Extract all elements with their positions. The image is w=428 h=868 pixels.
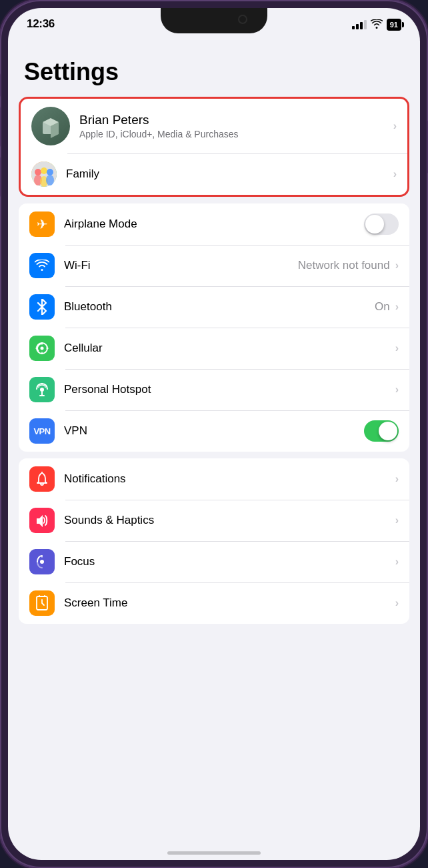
cellular-icon	[29, 336, 55, 361]
airplane-mode-icon: ✈	[29, 211, 55, 237]
svg-point-6	[47, 169, 53, 175]
page-title: Settings	[8, 45, 420, 97]
airplane-mode-label: Airplane Mode	[64, 218, 137, 230]
screen-content: Settings Brian Peters Apple ID, iCl	[8, 45, 420, 860]
wifi-text: Wi-Fi	[64, 259, 298, 272]
battery-level: 91	[390, 21, 398, 29]
notifications-icon	[29, 466, 55, 492]
svg-point-11	[41, 347, 44, 350]
signal-icon	[352, 20, 367, 29]
vpn-row[interactable]: VPN VPN	[19, 410, 409, 452]
phone-frame: 12:36 91	[0, 0, 428, 868]
family-row[interactable]: Family ›	[21, 153, 407, 195]
avatar	[31, 107, 70, 145]
sounds-chevron: ›	[395, 514, 399, 526]
screen-time-label: Screen Time	[64, 596, 127, 609]
airplane-mode-toggle[interactable]	[364, 213, 399, 235]
family-avatar	[31, 161, 57, 187]
cellular-label: Cellular	[64, 342, 103, 354]
sounds-label: Sounds & Haptics	[64, 514, 154, 526]
vpn-toggle[interactable]	[364, 420, 399, 442]
toggle-knob	[365, 215, 384, 234]
mute-switch[interactable]	[0, 73, 1, 97]
svg-point-4	[35, 169, 41, 175]
vpn-icon: VPN	[29, 418, 55, 444]
hotspot-chevron: ›	[395, 384, 399, 396]
airplane-mode-row[interactable]: ✈ Airplane Mode	[19, 203, 409, 245]
profile-subtitle: Apple ID, iCloud+, Media & Purchases	[79, 129, 393, 139]
vpn-label: VPN	[64, 424, 87, 437]
notifications-row[interactable]: Notifications ›	[19, 458, 409, 500]
sounds-text: Sounds & Haptics	[64, 514, 395, 527]
notifications-text: Notifications	[64, 472, 395, 486]
signal-bar-3	[360, 22, 363, 29]
hotspot-row[interactable]: Personal Hotspot ›	[19, 369, 409, 410]
sounds-row[interactable]: Sounds & Haptics ›	[19, 500, 409, 541]
status-icons: 91	[352, 17, 401, 31]
screen-time-text: Screen Time	[64, 596, 395, 610]
wifi-icon	[29, 253, 55, 278]
vpn-toggle-knob	[379, 422, 397, 440]
bluetooth-value: On	[375, 300, 390, 314]
cellular-row[interactable]: Cellular ›	[19, 328, 409, 369]
profile-section[interactable]: Brian Peters Apple ID, iCloud+, Media & …	[19, 97, 409, 197]
signal-bar-4	[364, 20, 367, 29]
signal-bar-2	[356, 24, 359, 29]
bluetooth-icon	[29, 294, 55, 320]
family-chevron: ›	[393, 168, 397, 180]
phone-screen: 12:36 91	[8, 8, 420, 860]
home-indicator	[167, 851, 261, 855]
bluetooth-text: Bluetooth	[64, 300, 375, 314]
family-text: Family	[66, 167, 393, 181]
cellular-text: Cellular	[64, 342, 395, 355]
camera-dot	[238, 15, 247, 24]
airplane-mode-text: Airplane Mode	[64, 218, 364, 231]
battery-icon: 91	[387, 19, 401, 31]
profile-text: Brian Peters Apple ID, iCloud+, Media & …	[79, 113, 393, 139]
wifi-label: Wi-Fi	[64, 259, 91, 272]
focus-text: Focus	[64, 555, 395, 568]
bluetooth-chevron: ›	[395, 301, 399, 313]
wifi-chevron: ›	[395, 260, 399, 272]
hotspot-text: Personal Hotspot	[64, 383, 395, 396]
vpn-text: VPN	[64, 424, 364, 438]
screen-time-row[interactable]: Screen Time ›	[19, 582, 409, 624]
svg-point-5	[41, 167, 47, 174]
battery-tip	[402, 22, 404, 27]
wifi-row[interactable]: Wi-Fi Network not found ›	[19, 245, 409, 286]
cellular-chevron: ›	[395, 342, 399, 354]
family-label: Family	[66, 167, 393, 181]
general-section: Notifications › Sounds & Haptics	[19, 458, 409, 624]
hotspot-label: Personal Hotspot	[64, 383, 151, 396]
volume-up-button[interactable]	[0, 107, 1, 147]
sounds-icon	[29, 508, 55, 533]
focus-icon	[29, 549, 55, 574]
focus-label: Focus	[64, 555, 95, 568]
bluetooth-label: Bluetooth	[64, 300, 112, 313]
notch	[161, 8, 267, 33]
volume-down-button[interactable]	[0, 157, 1, 197]
focus-chevron: ›	[395, 556, 399, 568]
screen-time-chevron: ›	[395, 597, 399, 609]
profile-chevron: ›	[393, 120, 397, 132]
notifications-label: Notifications	[64, 472, 126, 485]
focus-row[interactable]: Focus ›	[19, 541, 409, 582]
signal-bar-1	[352, 26, 355, 29]
svg-point-13	[40, 560, 44, 564]
bluetooth-row[interactable]: Bluetooth On ›	[19, 286, 409, 328]
profile-name: Brian Peters	[79, 113, 393, 127]
profile-row[interactable]: Brian Peters Apple ID, iCloud+, Media & …	[21, 99, 407, 153]
screen-time-icon	[29, 590, 55, 616]
wifi-value: Network not found	[298, 259, 390, 272]
notifications-chevron: ›	[395, 473, 399, 485]
wifi-status-icon	[371, 19, 383, 31]
svg-point-9	[46, 175, 54, 185]
connectivity-section: ✈ Airplane Mode	[19, 203, 409, 452]
hotspot-icon	[29, 377, 55, 402]
status-time: 12:36	[27, 17, 55, 31]
